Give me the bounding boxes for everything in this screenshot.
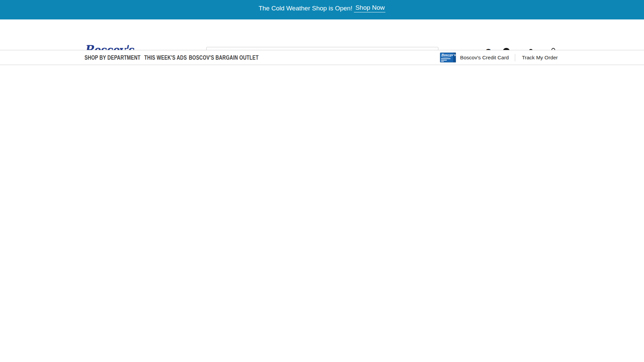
promo-message: The Cold Weather Shop is Open! [259, 5, 353, 12]
nav-shop-by-department[interactable]: SHOP BY DEPARTMENT [85, 54, 141, 61]
nav-this-weeks-ads[interactable]: THIS WEEK'S ADS [144, 54, 187, 61]
promo-banner: The Cold Weather Shop is Open! Shop Now [0, 0, 644, 19]
credit-card-label: Boscov's Credit Card [460, 55, 509, 61]
credit-card-icon: Boscov's [440, 52, 456, 63]
main-nav: SHOP BY DEPARTMENT THIS WEEK'S ADS BOSCO… [0, 50, 644, 65]
credit-card-link[interactable]: Boscov's Boscov's Credit Card [440, 52, 509, 63]
divider [515, 54, 515, 61]
empty-page-body [0, 65, 644, 362]
track-my-order-link[interactable]: Track My Order [522, 55, 558, 61]
nav-right-links: Boscov's Boscov's Credit Card Track My O… [440, 50, 558, 65]
svg-text:Boscov's: Boscov's [441, 53, 456, 57]
site-header: Boscov's ? Help Stores [0, 19, 644, 50]
shop-now-link[interactable]: Shop Now [354, 4, 385, 12]
nav-bargain-outlet[interactable]: BOSCOV'S BARGAIN OUTLET [189, 54, 259, 61]
